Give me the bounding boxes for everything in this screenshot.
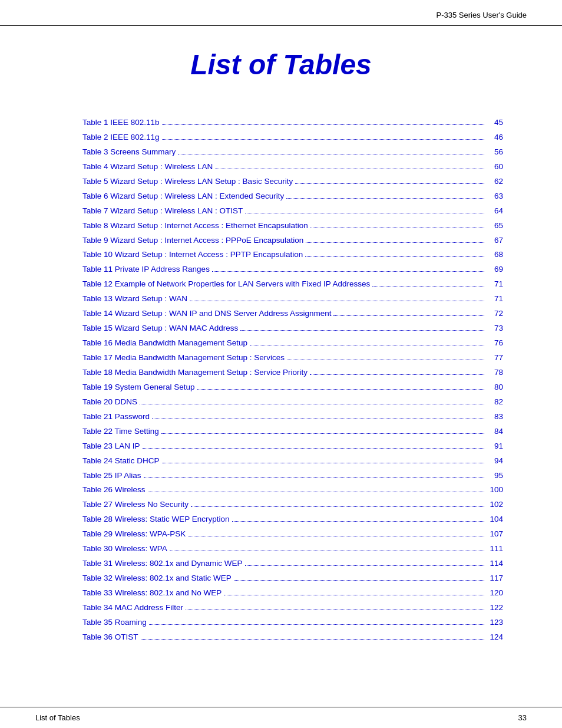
toc-label: Table 10 Wizard Setup : Internet Access …	[82, 248, 303, 262]
toc-dots	[306, 242, 484, 243]
toc-entry[interactable]: Table 2 IEEE 802.11g46	[82, 131, 503, 144]
toc-label: Table 16 Media Bandwidth Management Setu…	[82, 337, 247, 350]
toc-page: 69	[487, 263, 503, 276]
toc-entry[interactable]: Table 4 Wizard Setup : Wireless LAN60	[82, 160, 503, 174]
toc-dots	[295, 183, 484, 184]
toc-entry[interactable]: Table 22 Time Setting84	[82, 425, 503, 439]
toc-entry[interactable]: Table 9 Wizard Setup : Internet Access :…	[82, 234, 503, 248]
toc-page: 60	[487, 160, 503, 174]
toc-dots	[144, 477, 484, 478]
toc-entry[interactable]: Table 21 Password83	[82, 410, 503, 424]
toc-entry[interactable]: Table 20 DDNS82	[82, 396, 503, 409]
toc-entry[interactable]: Table 25 IP Alias95	[82, 469, 503, 483]
toc-page: 123	[487, 616, 503, 630]
toc-page: 63	[487, 190, 503, 203]
footer-right: 33	[518, 713, 527, 722]
toc-dots	[372, 286, 484, 286]
toc-entry[interactable]: Table 14 Wizard Setup : WAN IP and DNS S…	[82, 307, 503, 321]
toc-entry[interactable]: Table 29 Wireless: WPA-PSK107	[82, 528, 503, 541]
toc-label: Table 21 Password	[82, 410, 150, 424]
toc-entry[interactable]: Table 13 Wizard Setup : WAN71	[82, 292, 503, 306]
footer-left: List of Tables	[35, 713, 80, 722]
toc-dots	[140, 404, 484, 404]
toc-entry[interactable]: Table 6 Wizard Setup : Wireless LAN : Ex…	[82, 190, 503, 203]
toc-page: 78	[487, 366, 503, 380]
toc-entry[interactable]: Table 33 Wireless: 802.1x and No WEP120	[82, 587, 503, 600]
toc-entry[interactable]: Table 18 Media Bandwidth Management Setu…	[82, 366, 503, 380]
toc-entry[interactable]: Table 12 Example of Network Properties f…	[82, 278, 503, 291]
toc-page: 104	[487, 513, 503, 526]
toc-entry[interactable]: Table 28 Wireless: Static WEP Encryption…	[82, 513, 503, 526]
toc-dots	[333, 315, 484, 316]
toc-entry[interactable]: Table 27 Wireless No Security102	[82, 498, 503, 512]
toc-entry[interactable]: Table 19 System General Setup80	[82, 381, 503, 394]
toc-label: Table 25 IP Alias	[82, 469, 141, 483]
toc-dots	[170, 551, 484, 551]
toc-label: Table 23 LAN IP	[82, 440, 140, 453]
toc-entry[interactable]: Table 5 Wizard Setup : Wireless LAN Setu…	[82, 175, 503, 189]
toc-dots	[149, 624, 484, 625]
toc-dots	[245, 213, 484, 213]
toc-entry[interactable]: Table 32 Wireless: 802.1x and Static WEP…	[82, 572, 503, 585]
toc-entry[interactable]: Table 35 Roaming123	[82, 616, 503, 630]
toc-entry[interactable]: Table 3 Screens Summary56	[82, 146, 503, 159]
toc-page: 65	[487, 219, 503, 233]
toc-label: Table 35 Roaming	[82, 616, 147, 630]
toc-label: Table 2 IEEE 802.11g	[82, 131, 160, 144]
toc-entry[interactable]: Table 16 Media Bandwidth Management Setu…	[82, 337, 503, 350]
toc-dots	[178, 154, 484, 154]
toc-entry[interactable]: Table 23 LAN IP91	[82, 440, 503, 453]
toc-label: Table 11 Private IP Address Ranges	[82, 263, 210, 276]
toc-entry[interactable]: Table 1 IEEE 802.11b45	[82, 116, 503, 130]
toc-label: Table 3 Screens Summary	[82, 146, 176, 159]
toc-dots	[215, 169, 484, 169]
toc-dots	[212, 271, 484, 272]
toc-entry[interactable]: Table 8 Wizard Setup : Internet Access :…	[82, 219, 503, 233]
toc-page: 117	[487, 572, 503, 585]
toc-entry[interactable]: Table 7 Wizard Setup : Wireless LAN : OT…	[82, 205, 503, 218]
toc-dots	[141, 639, 484, 640]
toc-label: Table 17 Media Bandwidth Management Setu…	[82, 351, 285, 365]
toc-page: 68	[487, 248, 503, 262]
toc-content: Table 1 IEEE 802.11b45Table 2 IEEE 802.1…	[0, 116, 562, 669]
toc-label: Table 22 Time Setting	[82, 425, 159, 439]
toc-entry[interactable]: Table 15 Wizard Setup : WAN MAC Address7…	[82, 322, 503, 335]
toc-label: Table 36 OTIST	[82, 631, 138, 644]
toc-entry[interactable]: Table 24 Static DHCP94	[82, 454, 503, 468]
toc-label: Table 34 MAC Address Filter	[82, 601, 183, 615]
toc-label: Table 32 Wireless: 802.1x and Static WEP	[82, 572, 232, 585]
toc-dots	[148, 492, 484, 492]
toc-label: Table 14 Wizard Setup : WAN IP and DNS S…	[82, 307, 331, 321]
toc-page: 80	[487, 381, 503, 394]
toc-entry[interactable]: Table 36 OTIST124	[82, 631, 503, 644]
toc-dots	[161, 433, 484, 434]
toc-entry[interactable]: Table 11 Private IP Address Ranges69	[82, 263, 503, 276]
toc-page: 91	[487, 440, 503, 453]
toc-page: 77	[487, 351, 503, 365]
toc-entry[interactable]: Table 17 Media Bandwidth Management Setu…	[82, 351, 503, 365]
toc-label: Table 31 Wireless: 802.1x and Dynamic WE…	[82, 557, 243, 571]
toc-label: Table 15 Wizard Setup : WAN MAC Address	[82, 322, 238, 335]
toc-dots	[143, 448, 484, 449]
toc-dots	[188, 536, 484, 536]
toc-dots	[191, 506, 484, 507]
toc-page: 111	[487, 542, 503, 556]
toc-entry[interactable]: Table 30 Wireless: WPA111	[82, 542, 503, 556]
toc-page: 72	[487, 307, 503, 321]
toc-dots	[305, 256, 484, 257]
toc-dots	[287, 360, 484, 360]
toc-entry[interactable]: Table 10 Wizard Setup : Internet Access …	[82, 248, 503, 262]
toc-entry[interactable]: Table 31 Wireless: 802.1x and Dynamic WE…	[82, 557, 503, 571]
toc-page: 71	[487, 278, 503, 291]
toc-dots	[186, 610, 484, 610]
toc-entry[interactable]: Table 34 MAC Address Filter122	[82, 601, 503, 615]
toc-page: 100	[487, 483, 503, 497]
toc-label: Table 18 Media Bandwidth Management Setu…	[82, 366, 308, 380]
toc-dots	[310, 374, 484, 375]
toc-page: 46	[487, 131, 503, 144]
toc-label: Table 5 Wizard Setup : Wireless LAN Setu…	[82, 175, 293, 189]
toc-label: Table 13 Wizard Setup : WAN	[82, 292, 187, 306]
toc-label: Table 12 Example of Network Properties f…	[82, 278, 370, 291]
toc-page: 56	[487, 146, 503, 159]
toc-entry[interactable]: Table 26 Wireless100	[82, 483, 503, 497]
